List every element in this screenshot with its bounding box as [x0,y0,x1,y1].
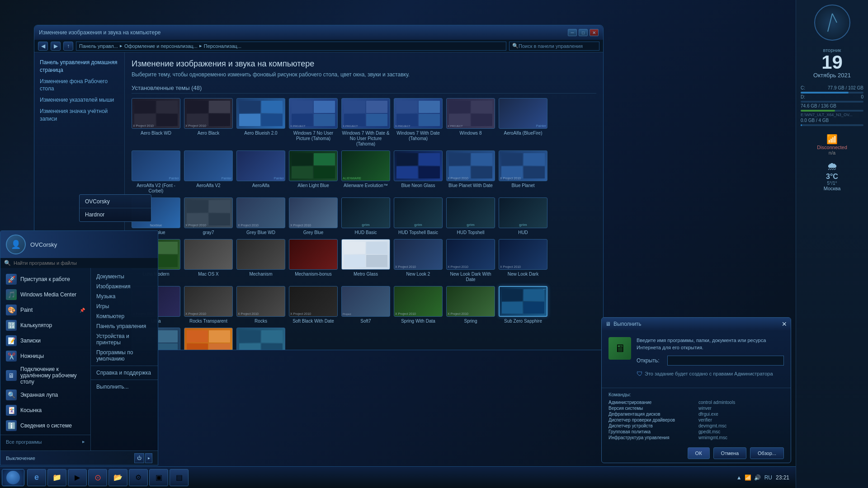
start-item-solitaire[interactable]: 🃏 Косынка [0,403,90,418]
back-button[interactable]: ◀ [38,42,48,51]
cancel-button[interactable]: Отмена [713,447,746,459]
taskbar-media[interactable]: ▶ [68,469,87,486]
theme-item-rocks-transparent[interactable]: X Project 2010 Rocks Transparent [184,286,233,324]
theme-item-aeroalfa-bluefire[interactable]: Painter AeroAlfa (BlueFire) [499,98,547,147]
start-item-calc[interactable]: 🔢 Калькулятор [0,318,90,333]
start-item-wmc[interactable]: 🎵 Windows Media Center [0,287,90,302]
theme-item-blue-planet[interactable]: X Project 2010 Blue Planet [499,150,547,194]
close-button[interactable]: ✕ [590,29,599,36]
theme-item-aero-blueish[interactable]: Aero Blueish 2.0 [236,98,285,147]
taskbar-app2[interactable]: ▤ [170,469,189,486]
tray-icon-sound[interactable]: 🔊 [754,474,761,481]
theme-item-win8[interactable]: X PROJECT Windows 8 [446,98,495,147]
theme-item-mechanism-bonus[interactable]: Mechanism-bonus [289,239,338,282]
theme-item-aero-black[interactable]: X Project 2010 Aero Black [184,98,233,147]
theme-item-alienware-evolution[interactable]: ALIENWARE Alienware Evolution™ [341,150,390,194]
theme-item-hud-topshell-basic[interactable]: grim HUD Topshell Basic [394,197,443,235]
maximize-button[interactable]: □ [579,29,588,36]
forward-button[interactable]: ▶ [51,42,61,51]
theme-item-hud-topshell[interactable]: grim HUD Topshell [446,197,495,235]
browse-button[interactable]: Обзор... [750,447,784,459]
theme-item-mac-os-x[interactable]: Mac OS X [184,239,233,282]
start-right-run[interactable]: Выполнить... [91,382,158,392]
start-item-work[interactable]: 🚀 Приступая к работе [0,272,90,287]
tray-icon-network[interactable]: 📶 [745,474,751,481]
shutdown-button[interactable]: ⏻ [134,453,144,463]
taskbar-explorer[interactable]: 📁 [47,469,66,486]
search-box[interactable]: 🔍 Поиск в панели управления [509,42,599,51]
chevron-right-icon: ▸ [82,439,85,445]
theme-item-win7-date-nouser[interactable]: X PROJECT Windows 7 With Date & No User … [341,98,390,147]
dialog-close-button[interactable]: ✕ [782,320,787,328]
theme-item-new-look-dark[interactable]: X Project 2010 New Look Dark [499,239,547,282]
theme-item-spring-data[interactable]: X Project 2010 Spring With Data [394,286,443,324]
start-item-rdp[interactable]: 🖥 Подключение к удалённому рабочему стол… [0,364,90,387]
theme-item-mechanism[interactable]: Mechanism [236,239,285,282]
start-right-games[interactable]: Игры [91,301,158,311]
start-right-images[interactable]: Изображения [91,282,158,291]
run-input[interactable] [667,356,784,366]
start-right-docs[interactable]: Документы [91,272,158,282]
theme-item-win7-date[interactable]: X PROJECT Windows 7 With Date (Tahoma) [394,98,443,147]
start-item-sysinfo[interactable]: ℹ️ Сведения о системе [0,418,90,433]
theme-item-new-look-dark-date[interactable]: X Project 2010 New Look Dark With Date [446,239,495,282]
sidebar-link-account[interactable]: Изменения значка учётной записи [34,106,124,125]
start-button[interactable] [2,469,24,486]
taskbar-chrome[interactable]: ⊙ [88,469,107,486]
sub-menu-item-hardnor[interactable]: Hardnor [80,210,151,220]
taskbar-app1[interactable]: ▣ [149,469,168,486]
breadcrumb[interactable]: Панель управл... ▸ Оформление и персонал… [76,42,506,51]
theme-name-metro-glass: Metro Glass [354,272,378,277]
start-search-bar[interactable]: 🔍 [0,258,158,268]
up-button[interactable]: ↑ [63,42,73,51]
theme-item-win8-teal[interactable]: Windows 8 [236,328,285,350]
theme-item-grey-blue[interactable]: X Project 2010 Grey Blue [289,197,338,235]
taskbar-clock[interactable]: 23:21 [776,474,789,481]
start-right-devices[interactable]: Устройства и принтеры [91,331,158,347]
theme-item-spring[interactable]: X Project 2010 Spring [446,286,495,324]
sidebar-link-mouse[interactable]: Изменение указателей мыши [34,94,124,106]
theme-item-sub-zero-sapphire[interactable]: ··· Sub Zero Sapphire [499,286,547,324]
start-right-help[interactable]: Справка и поддержка [91,368,158,378]
theme-item-win7-no-user[interactable]: X PROJECT Windows 7 No User Picture (Tah… [289,98,338,147]
theme-item-blue-neon[interactable]: Blue Neon Glass [394,150,443,194]
theme-item-gray7[interactable]: X Project 2010 gray7 [184,197,233,235]
start-item-paint[interactable]: 🎨 Paint 📌 [0,302,90,318]
sidebar-link-desktop[interactable]: Изменение фона Рабочего стола [34,76,124,95]
sidebar-home-link[interactable]: Панель управления домашняя страница [34,57,124,76]
ok-button[interactable]: ОК [688,447,710,459]
taskbar-ie[interactable]: e [27,469,46,486]
start-item-magnifier[interactable]: 🔍 Экранная лупа [0,387,90,403]
theme-item-soft-black-date[interactable]: X Project 2010 Soft Black With Date [289,286,338,324]
theme-item-grey-blue-wd[interactable]: X Project 2010 Grey Blue WD [236,197,285,235]
theme-item-hud[interactable]: grim HUD [499,197,547,235]
theme-item-rocks[interactable]: X Project 2010 Rocks [236,286,285,324]
shutdown-arrow-button[interactable]: ▸ [145,453,152,463]
theme-item-aeroalfa[interactable]: Painter AeroAlfa [236,150,285,194]
all-programs-item[interactable]: Все программы ▸ [0,436,90,447]
theme-item-alien-light-blue[interactable]: Alien Light Blue [289,150,338,194]
theme-item-soft7[interactable]: Project Soft7 [341,286,390,324]
language-indicator[interactable]: RU [764,474,772,481]
start-right-computer[interactable]: Компьютер [91,311,158,321]
tray-icon-arrow[interactable]: ▲ [736,474,742,481]
theme-item-blue-planet-date[interactable]: X Project 2010 Blue Planet With Date [446,150,495,194]
theme-item-win81[interactable]: Windows 8.1 [184,328,233,350]
start-right-defaults[interactable]: Программы по умолчанию [91,347,158,364]
theme-item-hud-basic[interactable]: grim HUD Basic [341,197,390,235]
minimize-button[interactable]: ─ [568,29,577,36]
theme-item-new-look-2[interactable]: X Project 2010 New Look 2 [394,239,443,282]
start-search-input[interactable] [14,260,104,266]
theme-item-aeroalfa-v2[interactable]: Painter AeroAlfa V2 [184,150,233,194]
sub-menu-item-ovcorsky[interactable]: OVCorsky [80,197,151,206]
start-item-notes[interactable]: 📝 Записки [0,333,90,348]
start-right-music[interactable]: Музыка [91,291,158,301]
start-item-scissors[interactable]: ✂️ Ножницы [0,348,90,364]
taskbar-control[interactable]: ⚙ [129,469,148,486]
theme-item-aeroalfa-v2-corbel[interactable]: Painter AeroAlfa V2 (Font - Corbel) [132,150,180,194]
taskbar-files[interactable]: 📂 [108,469,127,486]
theme-item-metro-glass[interactable]: Metro Glass [341,239,390,282]
start-right-control-panel[interactable]: Панель управления [91,321,158,331]
theme-item-aero-black-wd[interactable]: X Project 2010 Aero Black WD [132,98,180,147]
disk-bar-e [801,110,863,112]
